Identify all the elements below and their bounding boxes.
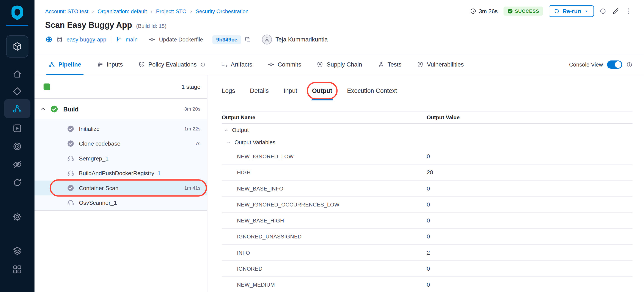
refresh-icon (554, 8, 560, 14)
ci-globe-icon (45, 36, 52, 43)
policy-info-icon[interactable] (200, 62, 205, 67)
output-value: 0 (427, 233, 430, 240)
commit-sha-chip[interactable]: 9b349ce (212, 35, 241, 44)
output-group-toggle[interactable]: Output (222, 124, 632, 136)
kebab-menu-icon (625, 7, 632, 15)
sidebar-executions-button[interactable] (7, 121, 27, 135)
more-options-button[interactable] (625, 7, 632, 15)
repository-icon (56, 36, 63, 43)
repo-link[interactable]: easy-buggy-app (66, 37, 106, 43)
chevron-up-icon[interactable] (224, 128, 228, 132)
breadcrumb-organization-link[interactable]: Organization: default (98, 8, 147, 14)
output-row: HIGH 28 (222, 165, 632, 181)
stage-count: 1 stage (182, 84, 200, 90)
sidebar-settings-button[interactable] (7, 210, 27, 224)
breadcrumb: Account: STO test Organization: default … (45, 8, 248, 14)
tab-policy-evaluations-label: Policy Evaluations (148, 61, 197, 68)
sidebar-sync-button[interactable] (7, 176, 27, 190)
tab-logs-label: Logs (222, 87, 235, 94)
not-started-icon (67, 155, 74, 162)
info-button[interactable] (600, 8, 606, 14)
tab-input[interactable]: Input (284, 81, 298, 100)
step-row-container-scan[interactable]: Container Scan 1m 41s (34, 181, 207, 195)
sliders-icon (97, 61, 103, 68)
chevron-up-icon[interactable] (226, 140, 231, 144)
stage-panel: 1 stage Build 3m 20s Initialize 1m 22s C… (34, 75, 208, 292)
step-duration: 1m 22s (184, 126, 200, 132)
stage-row-build[interactable]: Build 3m 20s (34, 99, 207, 119)
output-row: IGNORED_UNASSIGNED 0 (222, 229, 632, 245)
run-duration-text: 3m 26s (479, 8, 498, 14)
screenshot-viewport: Account: STO test Organization: default … (0, 0, 644, 292)
sidebar-apps-button[interactable] (7, 262, 27, 276)
output-name: NEW_MEDIUM (222, 281, 426, 288)
status-badge-label: SUCCESS (515, 9, 540, 14)
step-row-build-and-push[interactable]: BuildAndPushDockerRegistry_1 (34, 166, 207, 181)
branch-link[interactable]: main (126, 37, 138, 43)
step-row-initialize[interactable]: Initialize 1m 22s (34, 121, 207, 136)
output-name: IGNORED_UNASSIGNED (222, 233, 426, 240)
layers-icon (12, 246, 22, 256)
breadcrumb-separator (92, 8, 94, 14)
output-name: HIGH (222, 169, 426, 176)
step-row-semgrep[interactable]: Semgrep_1 (34, 151, 207, 166)
tab-commits-label: Commits (278, 61, 301, 68)
tab-tests-label: Tests (388, 61, 401, 68)
eye-off-icon (12, 160, 22, 170)
sidebar-targets-button[interactable] (7, 139, 27, 154)
sidebar-home-button[interactable] (7, 67, 27, 81)
tab-policy-evaluations[interactable]: Policy Evaluations (138, 54, 205, 75)
success-check-icon (67, 184, 74, 192)
sidebar-deployments-button[interactable] (7, 84, 27, 98)
execution-tabbar: Pipeline Inputs Policy Evaluations Artif… (34, 54, 644, 75)
tab-details[interactable]: Details (250, 81, 269, 100)
chevron-up-icon[interactable] (40, 106, 46, 112)
sidebar-pipelines-button[interactable] (4, 99, 30, 118)
stage-status-square (44, 84, 50, 90)
step-row-osv-scanner[interactable]: OsvScanner_1 (34, 195, 207, 210)
output-row: NEW_IGNORED_LOW 0 (222, 148, 632, 164)
column-output-name: Output Name (222, 114, 426, 120)
tab-execution-context[interactable]: Execution Context (347, 81, 397, 100)
run-actions: 3m 26s SUCCESS Re-run (470, 6, 632, 17)
tab-input-label: Input (284, 87, 298, 94)
breadcrumb-module-link[interactable]: Security Orchestration (196, 8, 248, 14)
build-id: (Build Id: 15) (136, 23, 166, 29)
tab-output[interactable]: Output (312, 81, 332, 100)
tab-tests[interactable]: Tests (378, 54, 401, 75)
output-value: 2 (427, 249, 430, 256)
tab-supply-chain[interactable]: Supply Chain (317, 54, 362, 75)
sidebar-test-targets-button[interactable] (7, 158, 27, 172)
tab-vulnerabilities[interactable]: Vulnerabilities (417, 54, 464, 75)
sidebar-modules-button[interactable] (7, 244, 27, 258)
console-view-info-icon[interactable] (626, 62, 632, 68)
tab-commits[interactable]: Commits (268, 54, 301, 75)
tab-logs[interactable]: Logs (222, 81, 235, 100)
breadcrumb-account-link[interactable]: Account: STO test (45, 8, 88, 14)
output-value: 0 (427, 201, 430, 208)
edit-pipeline-button[interactable] (612, 7, 619, 15)
tab-artifacts[interactable]: Artifacts (221, 54, 252, 75)
author-name: Teja Kummarikuntla (276, 36, 328, 43)
tab-inputs[interactable]: Inputs (97, 54, 123, 75)
tab-execution-context-label: Execution Context (347, 87, 397, 94)
tab-pipeline[interactable]: Pipeline (48, 54, 81, 75)
sidebar-module-button[interactable] (6, 35, 28, 58)
copy-sha-button[interactable] (244, 37, 251, 43)
output-value: 0 (427, 217, 430, 224)
output-variables-group-toggle[interactable]: Output Variables (222, 136, 632, 148)
status-badge: SUCCESS (504, 7, 543, 16)
tab-details-label: Details (250, 87, 269, 94)
step-row-clone-codebase[interactable]: Clone codebase 7s (34, 136, 207, 151)
pipelines-icon (12, 104, 22, 114)
build-meta-row: easy-buggy-app main Update Dockerfile 9b… (45, 35, 632, 45)
rerun-button[interactable]: Re-run (549, 6, 594, 17)
stage-duration: 3m 20s (184, 106, 200, 112)
harness-logo-icon (9, 5, 26, 21)
caret-down-icon (584, 9, 589, 14)
output-name: NEW_BASE_INFO (222, 185, 426, 192)
left-nav-sidebar (0, 0, 34, 292)
harness-logo[interactable] (9, 5, 26, 21)
console-view-toggle[interactable] (607, 60, 622, 69)
breadcrumb-project-link[interactable]: Project: STO (156, 8, 186, 14)
